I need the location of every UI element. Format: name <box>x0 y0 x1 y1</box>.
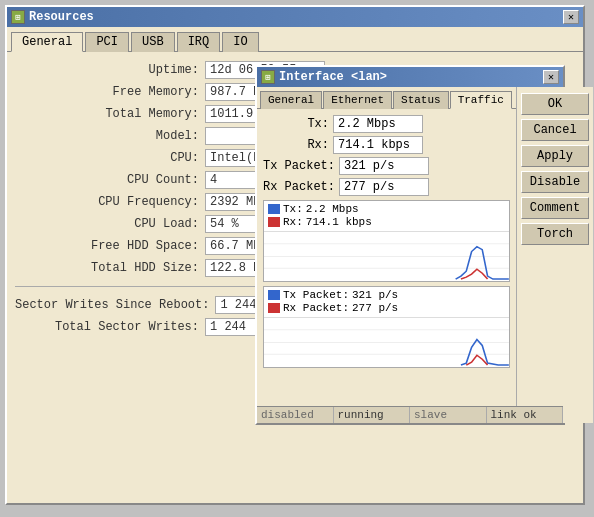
rx-packet-row: Rx Packet: 277 p/s <box>263 178 510 196</box>
dialog-title-bar: ⊞ Interface <lan> ✕ <box>257 67 563 87</box>
free-memory-label: Free Memory: <box>15 85 205 99</box>
tx-packet-legend-value: 321 p/s <box>352 289 398 301</box>
dialog-close-button[interactable]: ✕ <box>543 70 559 84</box>
dialog-tab-traffic[interactable]: Traffic <box>450 91 512 109</box>
bandwidth-chart-legend: Tx: 2.2 Mbps Rx: 714.1 kbps <box>264 201 509 231</box>
tx-legend-item: Tx: 2.2 Mbps <box>268 203 505 215</box>
cancel-button[interactable]: Cancel <box>521 119 589 141</box>
main-close-button[interactable]: ✕ <box>563 10 579 24</box>
interface-dialog: ⊞ Interface <lan> ✕ General Ethernet Sta… <box>255 65 565 425</box>
sector-writes-reboot-label: Sector Writes Since Reboot: <box>15 298 215 312</box>
tx-packet-value: 321 p/s <box>339 157 429 175</box>
main-title-bar: ⊞ Resources ✕ <box>7 7 583 27</box>
main-tabs: General PCI USB IRQ IO <box>7 27 583 52</box>
dialog-tab-general[interactable]: General <box>260 91 322 109</box>
main-window-title: Resources <box>29 10 94 24</box>
disable-button[interactable]: Disable <box>521 171 589 193</box>
dialog-content: Tx: 2.2 Mbps Rx: 714.1 kbps Tx Packet: 3… <box>257 109 516 423</box>
tx-row: Tx: 2.2 Mbps <box>263 115 510 133</box>
tx-legend-label: Tx: <box>283 203 303 215</box>
rx-legend-item: Rx: 714.1 kbps <box>268 216 505 228</box>
rx-legend-value: 714.1 kbps <box>306 216 372 228</box>
total-sector-writes-label: Total Sector Writes: <box>15 320 205 334</box>
tx-packet-legend-color <box>268 290 280 300</box>
free-hdd-label: Free HDD Space: <box>15 239 205 253</box>
bandwidth-chart: Tx: 2.2 Mbps Rx: 714.1 kbps <box>263 200 510 282</box>
ok-button[interactable]: OK <box>521 93 589 115</box>
packet-chart-area <box>264 317 509 367</box>
rx-legend-color <box>268 217 280 227</box>
dialog-status-bar: disabled running slave link ok <box>257 406 563 423</box>
rx-packet-label: Rx Packet: <box>263 180 339 194</box>
rx-packet-legend-value: 277 p/s <box>352 302 398 314</box>
tab-usb[interactable]: USB <box>131 32 175 52</box>
dialog-tab-ethernet[interactable]: Ethernet <box>323 91 392 109</box>
comment-button[interactable]: Comment <box>521 197 589 219</box>
torch-button[interactable]: Torch <box>521 223 589 245</box>
tab-irq[interactable]: IRQ <box>177 32 221 52</box>
rx-packet-legend-color <box>268 303 280 313</box>
dialog-body: General Ethernet Status Traffic Tx: 2.2 … <box>257 87 563 423</box>
model-label: Model: <box>15 129 205 143</box>
cpu-freq-label: CPU Frequency: <box>15 195 205 209</box>
tab-io[interactable]: IO <box>222 32 258 52</box>
tab-pci[interactable]: PCI <box>85 32 129 52</box>
cpu-load-label: CPU Load: <box>15 217 205 231</box>
dialog-tab-status[interactable]: Status <box>393 91 449 109</box>
packet-chart-svg <box>264 318 509 367</box>
rx-packet-value: 277 p/s <box>339 178 429 196</box>
tab-general[interactable]: General <box>11 32 83 52</box>
tx-value: 2.2 Mbps <box>333 115 423 133</box>
status-link-ok: link ok <box>487 407 564 423</box>
rx-packet-legend-label: Rx Packet: <box>283 302 349 314</box>
rx-packet-legend-item: Rx Packet: 277 p/s <box>268 302 505 314</box>
tx-packet-label: Tx Packet: <box>263 159 339 173</box>
dialog-tabs: General Ethernet Status Traffic <box>257 87 516 109</box>
rx-label: Rx: <box>263 138 333 152</box>
total-memory-label: Total Memory: <box>15 107 205 121</box>
dialog-title: Interface <lan> <box>279 70 387 84</box>
rx-row: Rx: 714.1 kbps <box>263 136 510 154</box>
status-disabled: disabled <box>257 407 334 423</box>
bandwidth-chart-svg <box>264 232 509 281</box>
rx-value: 714.1 kbps <box>333 136 423 154</box>
tx-legend-color <box>268 204 280 214</box>
tx-label: Tx: <box>263 117 333 131</box>
main-window-icon: ⊞ <box>11 10 25 24</box>
rx-legend-label: Rx: <box>283 216 303 228</box>
packet-chart: Tx Packet: 321 p/s Rx Packet: 277 p/s <box>263 286 510 368</box>
tx-packet-legend-label: Tx Packet: <box>283 289 349 301</box>
total-hdd-label: Total HDD Size: <box>15 261 205 275</box>
packet-chart-legend: Tx Packet: 321 p/s Rx Packet: 277 p/s <box>264 287 509 317</box>
tx-packet-legend-item: Tx Packet: 321 p/s <box>268 289 505 301</box>
cpu-count-label: CPU Count: <box>15 173 205 187</box>
dialog-window-icon: ⊞ <box>261 70 275 84</box>
status-slave: slave <box>410 407 487 423</box>
apply-button[interactable]: Apply <box>521 145 589 167</box>
bandwidth-chart-area <box>264 231 509 281</box>
status-running: running <box>334 407 411 423</box>
tx-legend-value: 2.2 Mbps <box>306 203 359 215</box>
dialog-buttons-panel: OK Cancel Apply Disable Comment Torch <box>516 87 593 423</box>
cpu-label: CPU: <box>15 151 205 165</box>
dialog-left-panel: General Ethernet Status Traffic Tx: 2.2 … <box>257 87 516 423</box>
uptime-label: Uptime: <box>15 63 205 77</box>
tx-packet-row: Tx Packet: 321 p/s <box>263 157 510 175</box>
